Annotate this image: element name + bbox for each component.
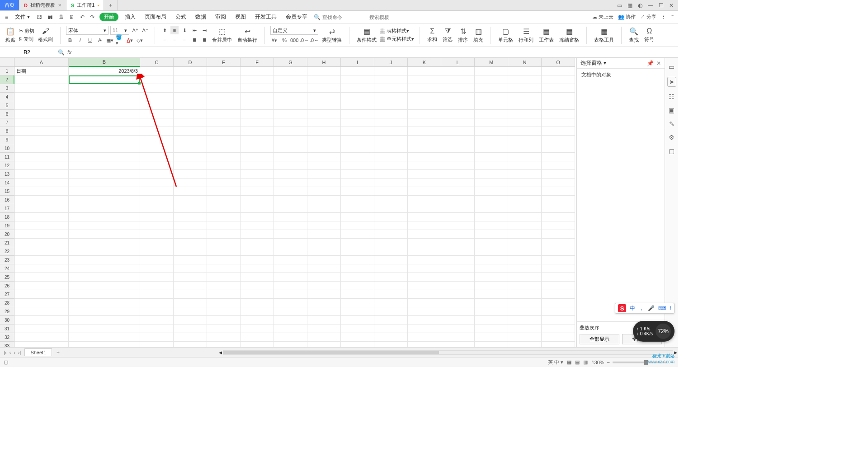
- cell-B2[interactable]: [69, 75, 140, 84]
- clear-format-icon[interactable]: ◇▾: [136, 36, 144, 44]
- col-header-E[interactable]: E: [207, 58, 241, 67]
- view-normal-icon[interactable]: ▦: [567, 359, 571, 365]
- row-header[interactable]: 12: [0, 161, 14, 170]
- cell-A7[interactable]: [14, 118, 69, 127]
- cell-O6[interactable]: [542, 110, 575, 118]
- cell-I16[interactable]: [341, 196, 374, 204]
- col-header-F[interactable]: F: [241, 58, 274, 67]
- cell-H4[interactable]: [307, 93, 341, 101]
- cell-K17[interactable]: [408, 204, 441, 213]
- cell-A29[interactable]: [14, 307, 69, 316]
- formula-input[interactable]: [75, 47, 678, 57]
- redo-icon[interactable]: ↷: [89, 13, 96, 21]
- cell-L32[interactable]: [441, 333, 475, 342]
- cell-G25[interactable]: [274, 273, 307, 282]
- cell-K26[interactable]: [408, 282, 441, 290]
- cell-K32[interactable]: [408, 333, 441, 342]
- cell-G21[interactable]: [274, 239, 307, 247]
- cell-G5[interactable]: [274, 101, 307, 110]
- col-header-K[interactable]: K: [408, 58, 441, 67]
- cell-I21[interactable]: [341, 239, 374, 247]
- cell-C31[interactable]: [140, 324, 174, 333]
- cell-F19[interactable]: [241, 221, 274, 230]
- menu-start[interactable]: 开始: [99, 13, 118, 21]
- cell-N33[interactable]: [508, 342, 542, 347]
- cell-B23[interactable]: [69, 256, 140, 264]
- cell-L15[interactable]: [441, 187, 475, 196]
- cell-N9[interactable]: [508, 136, 542, 144]
- justify-icon[interactable]: ≣: [190, 36, 198, 44]
- row-header[interactable]: 16: [0, 196, 14, 204]
- cell-M19[interactable]: [475, 221, 508, 230]
- ime-keyboard-icon[interactable]: ⌨: [658, 305, 666, 311]
- cell-I27[interactable]: [341, 290, 374, 299]
- cell-K18[interactable]: [408, 213, 441, 221]
- cell-D4[interactable]: [174, 93, 207, 101]
- cell-N14[interactable]: [508, 179, 542, 187]
- cell-L7[interactable]: [441, 118, 475, 127]
- cell-D19[interactable]: [174, 221, 207, 230]
- cell-C23[interactable]: [140, 256, 174, 264]
- cell-G16[interactable]: [274, 196, 307, 204]
- cell-G27[interactable]: [274, 290, 307, 299]
- cell-I19[interactable]: [341, 221, 374, 230]
- table-style-button[interactable]: ▦ 表格样式▾: [380, 28, 414, 34]
- cell-E17[interactable]: [207, 204, 241, 213]
- cell-J4[interactable]: [374, 93, 408, 101]
- cell-K13[interactable]: [408, 170, 441, 179]
- cell-E4[interactable]: [207, 93, 241, 101]
- cell-G7[interactable]: [274, 118, 307, 127]
- cell-I8[interactable]: [341, 127, 374, 136]
- cell-K30[interactable]: [408, 316, 441, 324]
- symbol-button[interactable]: Ω符号: [642, 26, 656, 44]
- cell-G8[interactable]: [274, 127, 307, 136]
- cell-I5[interactable]: [341, 101, 374, 110]
- cell-L6[interactable]: [441, 110, 475, 118]
- cell-M11[interactable]: [475, 153, 508, 161]
- cell-J16[interactable]: [374, 196, 408, 204]
- cell-F20[interactable]: [241, 230, 274, 239]
- menu-insert[interactable]: 插入: [122, 12, 138, 22]
- cloud-status[interactable]: ☁ 未上云: [592, 14, 613, 20]
- cell-D22[interactable]: [174, 247, 207, 256]
- cell-L24[interactable]: [441, 264, 475, 273]
- cell-L25[interactable]: [441, 273, 475, 282]
- hamburger-icon[interactable]: ≡: [4, 13, 9, 21]
- col-header-B[interactable]: B: [69, 58, 140, 67]
- menu-member[interactable]: 会员专享: [283, 12, 310, 22]
- align-middle-icon[interactable]: ≡: [170, 26, 179, 34]
- dec-decrease-icon[interactable]: .0←: [310, 36, 318, 44]
- cell-M15[interactable]: [475, 187, 508, 196]
- row-header[interactable]: 17: [0, 204, 14, 213]
- increase-font-icon[interactable]: A⁺: [131, 26, 139, 34]
- cell-K1[interactable]: [408, 67, 441, 75]
- print-icon[interactable]: 🖶: [57, 13, 65, 21]
- save-as-icon[interactable]: 🖬: [46, 13, 54, 21]
- cell-C2[interactable]: [140, 75, 174, 84]
- cell-D16[interactable]: [174, 196, 207, 204]
- cell-F22[interactable]: [241, 247, 274, 256]
- cell-F33[interactable]: [241, 342, 274, 347]
- chevron-up-icon[interactable]: ⌃: [670, 14, 675, 20]
- cell-A16[interactable]: [14, 196, 69, 204]
- cell-G9[interactable]: [274, 136, 307, 144]
- cell-A13[interactable]: [14, 170, 69, 179]
- percent-icon[interactable]: %: [280, 36, 288, 44]
- fx-icon[interactable]: fx: [67, 49, 71, 56]
- cell-H25[interactable]: [307, 273, 341, 282]
- cell-N3[interactable]: [508, 84, 542, 93]
- cell-C6[interactable]: [140, 110, 174, 118]
- sheet-tab-1[interactable]: Sheet1: [24, 348, 52, 356]
- cell-G24[interactable]: [274, 264, 307, 273]
- cell-L20[interactable]: [441, 230, 475, 239]
- cell-B20[interactable]: [69, 230, 140, 239]
- cell-M25[interactable]: [475, 273, 508, 282]
- cell-F30[interactable]: [241, 316, 274, 324]
- cell-D3[interactable]: [174, 84, 207, 93]
- cell-B14[interactable]: [69, 179, 140, 187]
- cell-J28[interactable]: [374, 299, 408, 307]
- copy-button[interactable]: ⎘ 复制: [19, 36, 34, 42]
- cell-O26[interactable]: [542, 282, 575, 290]
- cell-H8[interactable]: [307, 127, 341, 136]
- cell-C17[interactable]: [140, 204, 174, 213]
